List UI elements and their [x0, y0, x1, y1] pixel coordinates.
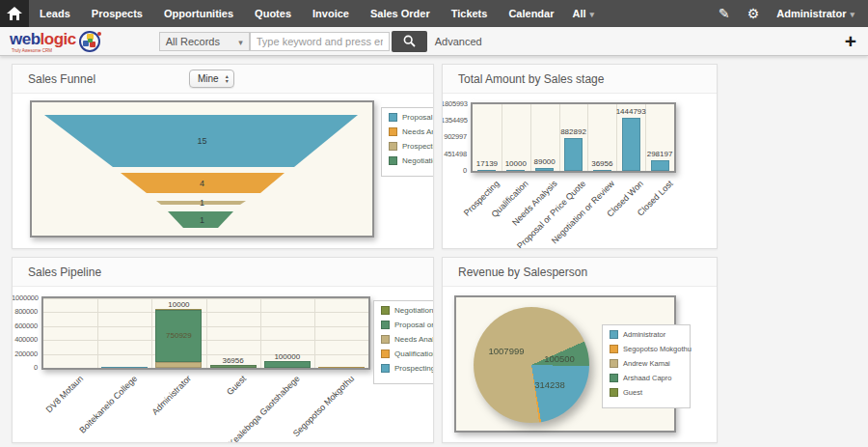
panel-header: Sales Pipeline — [13, 258, 433, 287]
revenue-legend-label: Andrew Kamai — [623, 359, 670, 368]
pie-slice-label: 100500 — [544, 353, 575, 364]
legend-swatch-icon — [381, 349, 390, 358]
total-amount-bar-label: 17139 — [476, 159, 498, 168]
funnel-legend-label: Proposal or Price Quote — [402, 113, 433, 122]
funnel-plot: 15411 — [30, 100, 374, 237]
app-window: LeadsProspectsOpportunitiesQuotesInvoice… — [0, 0, 868, 447]
app-logo: weblogic Truly Awesome CRM — [10, 30, 103, 53]
revenue-legend-label: Arshaad Capro — [623, 374, 671, 382]
add-record-button[interactable]: + — [845, 32, 856, 51]
gridline — [151, 298, 152, 368]
legend-swatch-icon — [381, 321, 390, 329]
panel-header: Sales Funnel Mine — [13, 65, 433, 94]
home-icon — [7, 7, 22, 20]
funnel-legend-item: Needs Analysis — [389, 127, 433, 136]
nav-item-tickets[interactable]: Tickets — [441, 0, 499, 27]
user-menu[interactable]: Administrator — [776, 8, 854, 19]
user-name: Administrator — [776, 8, 846, 19]
total-amount-bar-label: 10000 — [505, 159, 527, 168]
nav-item-leads[interactable]: Leads — [29, 0, 81, 27]
home-button[interactable] — [0, 0, 29, 27]
legend-swatch-icon — [389, 127, 397, 136]
revenue-legend-label: Segopotso Mokgothu — [623, 345, 692, 353]
scope-select[interactable]: All Records — [159, 32, 250, 51]
pie-slice-label: 1007999 — [489, 346, 525, 356]
funnel-legend-item: Negotiation or Review — [389, 156, 433, 165]
gridline — [559, 104, 560, 171]
pie-slice-label: 314238 — [534, 379, 565, 390]
search-button[interactable] — [392, 31, 427, 52]
pipeline-xlabel: DV8 Motaun — [44, 374, 85, 414]
nav-item-prospects[interactable]: Prospects — [81, 0, 153, 27]
total-amount-bar-label: 36956 — [591, 159, 612, 168]
total-amount-bar — [651, 160, 669, 171]
total-amount-bar-label: 298197 — [647, 150, 673, 158]
pipeline-legend-label: Proposal or Price Quote — [394, 321, 433, 329]
revenue-pie: 1005003142381007999 — [474, 307, 589, 423]
revenue-body: 1005003142381007999 AdministratorSegopot… — [443, 287, 717, 442]
chevron-down-icon — [238, 36, 243, 47]
revenue-legend-item: Guest — [610, 388, 683, 397]
funnel-legend-label: Needs Analysis — [402, 127, 433, 136]
pipeline-ytick: 1000000 — [13, 293, 38, 302]
legend-swatch-icon — [389, 142, 397, 151]
pipeline-legend-item: Qualification — [381, 349, 433, 358]
panel-header: Revenue by Salesperson — [443, 258, 717, 287]
nav-item-invoice[interactable]: Invoice — [302, 0, 360, 27]
pipeline-bar-segment — [101, 367, 148, 368]
pipeline-plot: 7509291000036956100000 — [41, 296, 370, 370]
gridline — [587, 104, 588, 171]
nav-item-opportunities[interactable]: Opportunities — [153, 0, 244, 27]
panel-title: Total Amount by Sales stage — [458, 72, 604, 86]
gridline — [206, 298, 207, 368]
pipeline-ytick: 400000 — [13, 335, 38, 344]
pipeline-body: 7509291000036956100000 Negotiation or Re… — [13, 287, 433, 442]
legend-swatch-icon — [381, 364, 390, 373]
logo-tagline: Truly Awesome CRM — [12, 48, 52, 53]
revenue-legend: AdministratorSegopotso MokgothuAndrew Ka… — [602, 324, 691, 408]
pipeline-bar-segment — [155, 362, 202, 368]
total-amount-bar-label: 89000 — [534, 157, 556, 166]
search-input[interactable] — [250, 32, 390, 51]
funnel-legend-label: Prospecting — [402, 142, 433, 151]
pipeline-legend-item: Proposal or Price Quote — [381, 321, 433, 329]
nav-item-all[interactable]: All — [564, 8, 602, 19]
pipeline-bar-label: 10000 — [168, 300, 189, 309]
gridline — [502, 104, 502, 171]
total-amount-bar-label: 1444793 — [616, 107, 646, 116]
gridline — [260, 298, 261, 368]
nav-all-label: All — [572, 8, 585, 19]
funnel-value: 15 — [32, 136, 372, 146]
funnel-body: 15411 Proposal or Price QuoteNeeds Analy… — [13, 94, 433, 248]
gear-icon[interactable]: ⚙ — [747, 0, 760, 27]
pipeline-xlabel: Segopotso Mokgothu — [291, 374, 356, 438]
pipeline-legend-item: Negotiation or Review — [381, 306, 433, 315]
total-amount-bar — [477, 170, 496, 171]
pencil-icon[interactable]: ✎ — [719, 0, 730, 27]
funnel-filter-select[interactable]: Mine — [189, 70, 234, 88]
pipeline-ytick: 0 — [13, 363, 38, 372]
funnel-filter-value: Mine — [198, 73, 219, 84]
funnel-legend-item: Prospecting — [389, 142, 433, 151]
pipeline-bar-segment — [210, 365, 257, 368]
total-amount-ytick: 1805993 — [443, 99, 467, 108]
panel-title: Revenue by Salesperson — [458, 265, 587, 279]
nav-item-quotes[interactable]: Quotes — [244, 0, 302, 27]
total-amount-ytick: 902997 — [443, 132, 467, 141]
nav-items: LeadsProspectsOpportunitiesQuotesInvoice… — [29, 0, 564, 27]
legend-swatch-icon — [389, 156, 397, 165]
legend-swatch-icon — [389, 113, 397, 122]
nav-item-calendar[interactable]: Calendar — [498, 0, 564, 27]
total-amount-plot: 171391000089000882892369561444793298197 — [471, 102, 676, 173]
top-nav: LeadsProspectsOpportunitiesQuotesInvoice… — [0, 0, 868, 27]
pipeline-legend-item: Prospecting — [381, 364, 433, 373]
chevron-down-icon — [586, 8, 595, 19]
total-amount-bar — [593, 170, 611, 171]
legend-swatch-icon — [610, 359, 618, 368]
pipeline-bar-segment — [318, 367, 365, 368]
total-amount-bar — [535, 168, 554, 171]
total-amount-bar — [564, 138, 583, 171]
advanced-link[interactable]: Advanced — [435, 36, 482, 47]
funnel-value: 1 — [32, 198, 372, 208]
nav-item-sales-order[interactable]: Sales Order — [360, 0, 441, 27]
